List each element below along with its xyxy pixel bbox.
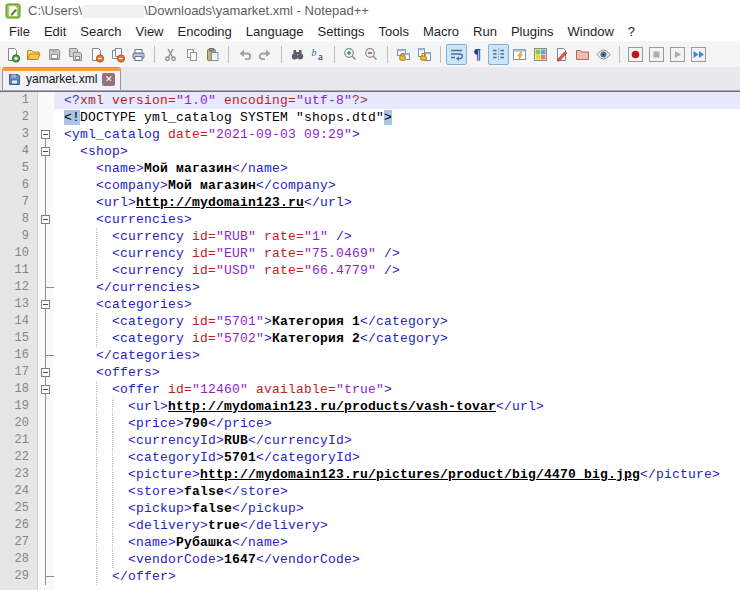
code-token: "1.0" xyxy=(176,93,216,108)
editor[interactable]: 1234567891011121314151617181920212223242… xyxy=(0,91,740,590)
sync-horizontal-button[interactable] xyxy=(414,44,435,65)
print-button[interactable] xyxy=(128,44,149,65)
fold-collapse-box[interactable] xyxy=(41,300,50,309)
open-file-button[interactable] xyxy=(23,44,44,65)
sync-vertical-button[interactable] xyxy=(393,44,414,65)
fold-marker[interactable] xyxy=(38,126,54,143)
fold-marker[interactable] xyxy=(38,364,54,381)
code-line[interactable]: <currency id="USD" rate="66.4779" /> xyxy=(54,262,740,279)
menu-item-settings[interactable]: Settings xyxy=(311,22,372,41)
monitoring-button[interactable] xyxy=(593,44,614,65)
copy-button[interactable] xyxy=(181,44,202,65)
code-line[interactable]: <!DOCTYPE yml_catalog SYSTEM "shops.dtd"… xyxy=(54,109,740,126)
indent-guide-line xyxy=(96,517,97,534)
code-line[interactable]: <currency id="RUB" rate="1" /> xyxy=(54,228,740,245)
menu-item-encoding[interactable]: Encoding xyxy=(171,22,239,41)
menu-item-macro[interactable]: Macro xyxy=(416,22,466,41)
code-line[interactable]: <shop> xyxy=(54,143,740,160)
code-line[interactable]: <url>http://mydomain123.ru/products/vash… xyxy=(54,398,740,415)
code-line[interactable]: <picture>http://mydomain123.ru/pictures/… xyxy=(54,466,740,483)
menu-item-search[interactable]: Search xyxy=(73,22,128,41)
code-line[interactable]: <name>Рубашка</name> xyxy=(54,534,740,551)
macro-play-button[interactable] xyxy=(667,44,688,65)
code-line[interactable]: <name>Мой магазин</name> xyxy=(54,160,740,177)
code-token: <price> xyxy=(64,416,184,431)
code-line[interactable]: <currencyId>RUB</currencyId> xyxy=(54,432,740,449)
code-line[interactable]: <delivery>true</delivery> xyxy=(54,517,740,534)
tab-yamarket-xml[interactable]: yamarket.xml ✕ xyxy=(2,67,121,90)
new-file-button[interactable] xyxy=(2,44,23,65)
paste-button[interactable] xyxy=(202,44,223,65)
macro-stop-button[interactable] xyxy=(646,44,667,65)
fold-collapse-box[interactable] xyxy=(41,385,50,394)
code-area[interactable]: <?xml version="1.0" encoding="utf-8"?><!… xyxy=(54,92,740,590)
menu-item-plugins[interactable]: Plugins xyxy=(504,22,561,41)
fold-collapse-box[interactable] xyxy=(41,130,50,139)
fold-marker[interactable] xyxy=(38,143,54,160)
code-line[interactable]: <offers> xyxy=(54,364,740,381)
line-number: 15 xyxy=(0,330,37,347)
word-wrap-button[interactable] xyxy=(446,44,467,65)
code-line[interactable]: <currency id="EUR" rate="75.0469" /> xyxy=(54,245,740,262)
redo-button[interactable] xyxy=(255,44,276,65)
folder-workspace-button[interactable] xyxy=(572,44,593,65)
line-number: 5 xyxy=(0,160,37,177)
zoom-out-button[interactable] xyxy=(361,44,382,65)
code-line[interactable]: <categoryId>5701</categoryId> xyxy=(54,449,740,466)
code-line[interactable]: <category id="5702">Категория 2</categor… xyxy=(54,330,740,347)
fold-collapse-box[interactable] xyxy=(41,147,50,156)
menu-item-tools[interactable]: Tools xyxy=(372,22,416,41)
tab-close-button[interactable]: ✕ xyxy=(102,73,115,86)
hyperlink[interactable]: http://mydomain123.ru/products/vash-tova… xyxy=(168,399,496,414)
doc-list-button[interactable] xyxy=(551,44,572,65)
replace-button[interactable]: ba xyxy=(308,44,329,65)
macro-run-multiple-button[interactable] xyxy=(688,44,709,65)
code-line[interactable]: </currencies> xyxy=(54,279,740,296)
undo-button[interactable] xyxy=(234,44,255,65)
menu-item-edit[interactable]: Edit xyxy=(37,22,73,41)
code-line[interactable]: <?xml version="1.0" encoding="utf-8"?> xyxy=(54,92,740,109)
code-line[interactable]: <categories> xyxy=(54,296,740,313)
code-line[interactable]: <currencies> xyxy=(54,211,740,228)
find-button[interactable] xyxy=(287,44,308,65)
save-all-button[interactable] xyxy=(65,44,86,65)
code-line[interactable]: <company>Мой магазин</company> xyxy=(54,177,740,194)
code-line[interactable]: <store>false</store> xyxy=(54,483,740,500)
doc-map-button[interactable] xyxy=(509,44,530,65)
close-all-button[interactable] xyxy=(107,44,128,65)
menu-item-file[interactable]: File xyxy=(2,22,37,41)
cut-button[interactable] xyxy=(160,44,181,65)
fold-marker[interactable] xyxy=(38,211,54,228)
fold-marker[interactable] xyxy=(38,296,54,313)
function-list-button[interactable] xyxy=(530,44,551,65)
indent-guide-button[interactable] xyxy=(488,44,509,65)
fold-collapse-box[interactable] xyxy=(41,215,50,224)
menu-item-run[interactable]: Run xyxy=(466,22,504,41)
code-token: <url> xyxy=(64,195,136,210)
code-token: </categories> xyxy=(64,348,200,363)
toolbar: ba¶ xyxy=(0,41,740,67)
code-line[interactable]: <price>790</price> xyxy=(54,415,740,432)
code-line[interactable]: <pickup>false</pickup> xyxy=(54,500,740,517)
code-line[interactable]: <vendorCode>1647</vendorCode> xyxy=(54,551,740,568)
code-line[interactable]: <category id="5701">Категория 1</categor… xyxy=(54,313,740,330)
menu-item-language[interactable]: Language xyxy=(239,22,311,41)
hyperlink[interactable]: http://mydomain123.ru xyxy=(136,195,304,210)
hyperlink[interactable]: http://mydomain123.ru/pictures/product/b… xyxy=(200,467,640,482)
menu-item-window[interactable]: Window xyxy=(561,22,621,41)
menu-item-help[interactable]: ? xyxy=(621,22,642,41)
code-line[interactable]: <yml_catalog date="2021-09-03 09:29"> xyxy=(54,126,740,143)
fold-marker[interactable] xyxy=(38,381,54,398)
menu-item-view[interactable]: View xyxy=(129,22,171,41)
indent-guide-line xyxy=(96,551,97,568)
close-button[interactable] xyxy=(86,44,107,65)
fold-collapse-box[interactable] xyxy=(41,368,50,377)
show-all-chars-button[interactable]: ¶ xyxy=(467,44,488,65)
macro-record-button[interactable] xyxy=(625,44,646,65)
save-button[interactable] xyxy=(44,44,65,65)
code-line[interactable]: <url>http://mydomain123.ru</url> xyxy=(54,194,740,211)
code-line[interactable]: </categories> xyxy=(54,347,740,364)
code-line[interactable]: </offer> xyxy=(54,568,740,585)
zoom-in-button[interactable] xyxy=(340,44,361,65)
code-line[interactable]: <offer id="12460" available="true"> xyxy=(54,381,740,398)
